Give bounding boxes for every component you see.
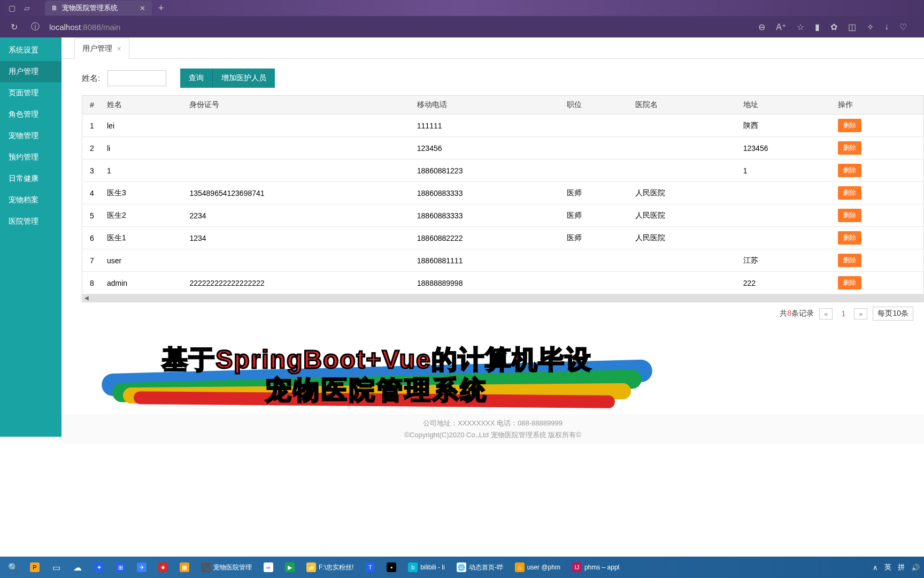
collections-icon[interactable]: ▮ [815,22,820,32]
taskbar-app[interactable]: IJphms – appl [568,558,623,576]
tab-title: 宠物医院管理系统 [62,3,118,13]
delete-button[interactable]: 删除 [838,186,861,200]
delete-button[interactable]: 删除 [838,164,861,177]
bird-icon[interactable]: ✈ [133,558,151,576]
close-page-tab-icon[interactable]: ✕ [117,45,121,52]
zoom-icon[interactable]: ⊖ [758,22,765,32]
new-tab-button[interactable]: + [152,3,171,14]
cell-phone: 18860883333 [412,204,562,227]
sidebar-item-pets[interactable]: 宠物管理 [0,125,61,147]
grid-icon[interactable]: ▦ [175,558,194,576]
page-prev-button[interactable]: « [819,308,833,320]
cell-hospital: 人民医院 [630,182,738,204]
heart-icon[interactable]: ♡ [899,22,907,32]
delete-button[interactable]: 删除 [838,209,861,222]
page-current: 1 [838,309,849,318]
tencent-icon[interactable]: T [361,558,379,576]
url-port: :8086 [81,22,101,32]
cell-idcard: 222222222222222222 [184,272,411,294]
name-input[interactable] [107,70,166,86]
add-staff-button[interactable]: 增加医护人员 [212,69,275,88]
split-icon[interactable]: ◫ [848,22,856,32]
taskbar-app[interactable]: ♨user @phm [511,558,565,576]
task-view-icon[interactable]: ▭ [47,558,65,576]
cell-index: 6 [82,227,102,249]
read-aloud-icon[interactable]: A⁺ [776,22,786,32]
cell-actions: 删除 [833,249,923,272]
address-bar[interactable]: localhost:8086/main [49,22,752,32]
sidebar-item-system[interactable]: 系统设置 [0,40,61,61]
cell-idcard [184,137,411,159]
extensions-icon[interactable]: ✿ [830,22,837,32]
cell-role: 医师 [561,204,629,227]
tabs-overview-icon[interactable]: ▢ [4,1,19,16]
cell-role [561,159,629,182]
star-icon[interactable]: ★ [154,558,172,576]
th-phone: 移动电话 [412,96,562,115]
firefox-icon[interactable]: ✦ [90,558,108,576]
volume-icon[interactable]: 🔊 [911,564,920,572]
search-icon[interactable]: 🔍 [4,558,22,576]
window-icon[interactable]: ▱ [19,1,34,16]
taskbar-app[interactable]: 📁F:\忠实粉丝! [302,558,358,576]
sidebar-item-hospitals[interactable]: 医院管理 [0,211,61,232]
footer-copyright: ©Copyright(C)2020 Co.,Ltd 宠物医院管理系统 版权所有© [61,429,924,441]
terminal-icon[interactable]: ▪ [382,558,401,576]
sidebar-item-archives[interactable]: 宠物档案 [0,189,61,211]
horizontal-scrollbar[interactable]: ◀ [82,294,923,302]
store-icon[interactable]: ⊞ [111,558,129,576]
downloads-icon[interactable]: ↓ [884,22,889,32]
cell-address [738,204,833,227]
delete-button[interactable]: 删除 [838,231,861,245]
taskbar-app[interactable]: 🌐动态首页-哔 [452,558,507,576]
delete-button[interactable]: 删除 [838,276,861,290]
reload-icon[interactable]: ↻ [6,22,21,32]
site-info-icon[interactable]: ⓘ [28,21,43,33]
app-container: 系统设置 用户管理 页面管理 角色管理 宠物管理 预约管理 日常健康 宠物档案 … [0,37,924,437]
ime-mode[interactable]: 拼 [898,562,905,572]
cell-phone: 18860881111 [412,249,562,272]
sidebar-item-roles[interactable]: 角色管理 [0,104,61,125]
footer-address: 公司地址：XXXXXXXX 电话：088-88889999 [61,417,924,429]
tray-expand-icon[interactable]: ∧ [873,564,878,572]
table-row: 1lei111111陕西删除 [82,115,923,137]
cell-phone: 18860881223 [412,159,562,182]
favorites-bar-icon[interactable]: ✧ [867,22,874,32]
play-icon[interactable]: ▶ [281,558,299,576]
browser-tab[interactable]: 🗎 宠物医院管理系统 ✕ [45,1,152,16]
delete-button[interactable]: 删除 [838,141,861,155]
cell-phone: 18860883333 [412,182,562,204]
cell-phone: 18860882222 [412,227,562,249]
cell-hospital [630,159,738,182]
sidebar-item-users[interactable]: 用户管理 [0,61,61,82]
table-row: 7user18860881111江苏删除 [82,249,923,272]
sidebar: 系统设置 用户管理 页面管理 角色管理 宠物管理 预约管理 日常健康 宠物档案 … [0,37,61,437]
favorite-icon[interactable]: ☆ [797,22,804,32]
ime-lang[interactable]: 英 [884,562,891,572]
cell-actions: 删除 [833,272,923,294]
search-button[interactable]: 查询 [180,69,212,88]
delete-button[interactable]: 删除 [838,119,861,132]
browser-actions: ⊖ A⁺ ☆ ▮ ✿ ◫ ✧ ↓ ♡ [758,22,918,32]
taskbar-pre-icon[interactable]: P [26,558,44,576]
close-tab-icon[interactable]: ✕ [129,4,145,12]
sidebar-item-appointments[interactable]: 预约管理 [0,147,61,168]
th-address: 地址 [738,96,833,115]
page-next-button[interactable]: » [854,308,867,320]
taskbar-app[interactable]: bbilibili - li [404,558,449,576]
cell-phone: 123456 [412,137,562,159]
scroll-left-icon[interactable]: ◀ [84,295,89,301]
th-role: 职位 [561,96,629,115]
baidu-icon[interactable]: ∞ [259,558,278,576]
cloud-icon[interactable]: ☁ [68,558,87,576]
cell-index: 5 [82,204,102,227]
page-tabs: 用户管理 ✕ [61,37,924,59]
sidebar-item-health[interactable]: 日常健康 [0,168,61,189]
cell-idcard: 135489654123698741 [184,182,411,204]
system-tray: ∧ 英 拼 🔊 [873,562,920,572]
page-tab-users[interactable]: 用户管理 ✕ [74,38,129,59]
sidebar-item-pages[interactable]: 页面管理 [0,82,61,104]
delete-button[interactable]: 删除 [838,254,861,267]
per-page-select[interactable]: 每页10条 [873,307,913,321]
taskbar-app[interactable]: 🐾宠物医院管理 [197,558,256,576]
